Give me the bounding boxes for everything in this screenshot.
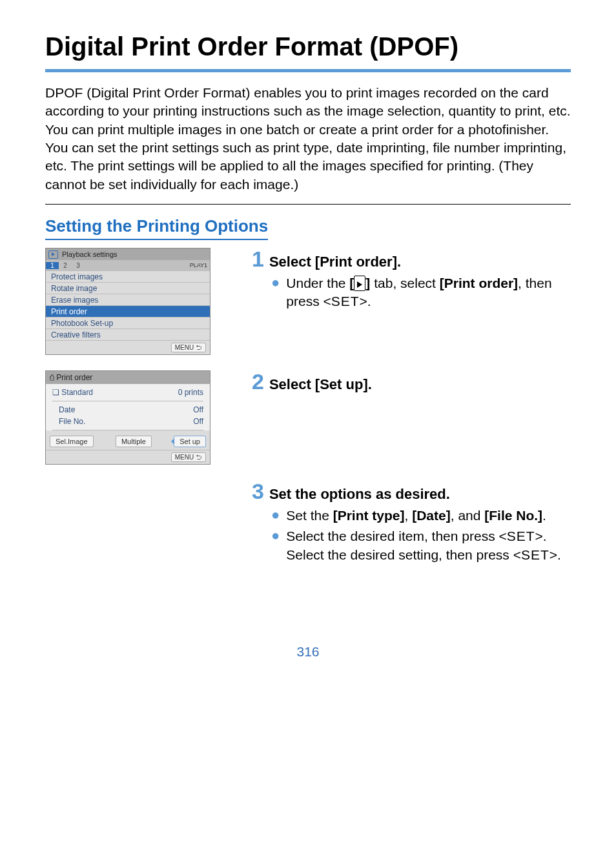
divider	[52, 401, 203, 401]
date-row: Date Off	[52, 404, 203, 416]
camera-menu-back-btn: MENU ⮌	[171, 452, 206, 462]
text: tab, select	[370, 276, 439, 290]
text: Select the desired item, then press <	[286, 529, 506, 543]
text-bold: [Date]	[412, 508, 451, 523]
text: Set the	[286, 508, 333, 523]
sel-image-btn: Sel.Image	[50, 436, 94, 447]
divider	[52, 430, 203, 430]
multiple-btn: Multiple	[116, 436, 152, 447]
step-1-title: Select [Print order].	[269, 254, 401, 270]
step-3: 3 Set the options as desired. ● Set the …	[252, 480, 571, 567]
fileno-value: Off	[193, 417, 203, 426]
print-order-title: ⎙ Print order	[46, 371, 210, 384]
step-number-2: 2	[252, 370, 264, 392]
text: .	[542, 508, 546, 523]
print-type-label: ❏ Standard	[52, 388, 93, 397]
text: >.	[360, 294, 371, 308]
setup-btn: Set up	[174, 436, 206, 447]
text: >.	[549, 547, 561, 562]
camera-menu-playback: Playback settings 1 2 3 PLAY1 Protect im…	[45, 248, 210, 355]
camera-tab-right-label: PLAY1	[190, 262, 207, 268]
camera-print-order-screen: ⎙ Print order ❏ Standard 0 prints Date O…	[45, 370, 210, 465]
text-bold: [File No.]	[484, 508, 542, 523]
camera-tab-2: 2	[59, 262, 72, 269]
step-3-bullet-2: Select the desired item, then press <SET…	[286, 527, 571, 564]
set-button-text: SET	[331, 294, 360, 308]
print-order-buttons: Sel.Image Multiple Set up	[46, 433, 210, 450]
date-value: Off	[193, 405, 203, 414]
set-button-text: SET	[507, 529, 535, 543]
text: ,	[405, 508, 413, 523]
step-2-title: Select [Set up].	[269, 376, 372, 393]
text: Under the	[286, 276, 349, 290]
camera-item-rotate: Rotate image	[46, 282, 210, 294]
print-icon: ⎙	[50, 373, 54, 382]
step-3-title: Set the options as desired.	[269, 486, 450, 503]
section-heading: Setting the Printing Options	[45, 216, 268, 240]
intro-paragraph-2: You can set the print settings such as p…	[45, 139, 571, 194]
playback-tab-icon	[354, 276, 365, 291]
fileno-label: File No.	[59, 417, 85, 426]
step-1: 1 Select [Print order]. ● Under the [] t…	[252, 248, 571, 355]
fileno-row: File No. Off	[52, 416, 203, 427]
play-triangle-icon	[357, 281, 362, 288]
step-2: 2 Select [Set up].	[252, 370, 571, 465]
step-1-bullet-1: Under the [] tab, select [Print order], …	[286, 274, 571, 311]
divider	[45, 204, 571, 205]
set-button-text: SET	[521, 547, 549, 562]
camera-menu-header: Playback settings	[46, 248, 210, 260]
page-number: 316	[45, 644, 571, 660]
print-type-row: ❏ Standard 0 prints	[52, 387, 203, 398]
camera-item-erase: Erase images	[46, 294, 210, 305]
camera-menu-tabs: 1 2 3 PLAY1	[46, 260, 210, 270]
step-number-1: 1	[252, 248, 264, 270]
text-bold: [	[349, 276, 354, 290]
camera-menu-header-text: Playback settings	[62, 250, 118, 258]
intro-block: DPOF (Digital Print Order Format) enable…	[45, 84, 571, 194]
date-label: Date	[59, 405, 75, 414]
print-type-value: 0 prints	[178, 388, 203, 397]
camera-menu-back-btn: MENU ⮌	[171, 343, 206, 352]
text: , and	[451, 508, 485, 523]
camera-menu-footer: MENU ⮌	[46, 340, 210, 354]
camera-item-photobook: Photobook Set-up	[46, 317, 210, 328]
play-icon	[48, 250, 58, 259]
step-number-3: 3	[252, 480, 264, 502]
bullet-icon: ●	[271, 274, 280, 311]
print-order-title-text: Print order	[56, 373, 92, 382]
camera-tab-1: 1	[46, 262, 59, 269]
camera-item-creative: Creative filters	[46, 328, 210, 340]
text-bold: [Print order]	[440, 276, 518, 290]
step-3-bullet-1: Set the [Print type], [Date], and [File …	[286, 507, 546, 525]
camera-item-print-order: Print order	[46, 305, 210, 317]
camera-tab-3: 3	[72, 262, 85, 269]
camera-menu-items: Protect images Rotate image Erase images…	[46, 270, 210, 340]
text-bold: [Print type]	[333, 508, 405, 523]
bullet-icon: ●	[271, 527, 280, 564]
page-title: Digital Print Order Format (DPOF)	[45, 32, 571, 72]
bullet-icon: ●	[271, 507, 280, 525]
intro-paragraph-1: DPOF (Digital Print Order Format) enable…	[45, 84, 571, 139]
print-order-footer: MENU ⮌	[46, 450, 210, 464]
camera-item-protect: Protect images	[46, 270, 210, 282]
